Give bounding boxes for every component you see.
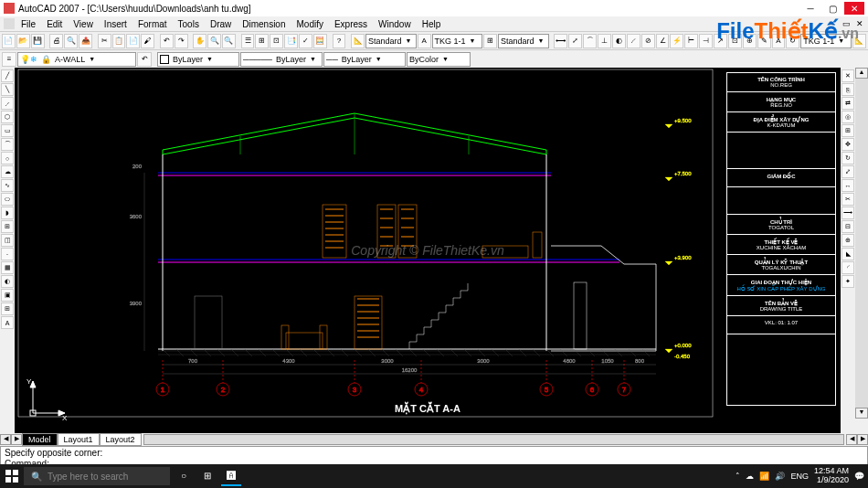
- menu-dimension[interactable]: Dimension: [238, 19, 290, 29]
- tray-notifications-icon[interactable]: 💬: [854, 472, 864, 481]
- cortana-icon[interactable]: ○: [174, 466, 194, 486]
- layer-props-button[interactable]: ≡: [2, 52, 16, 67]
- tray-sound-icon[interactable]: 🔊: [775, 472, 785, 481]
- help-button[interactable]: ?: [333, 34, 346, 48]
- mtext-tool[interactable]: A: [1, 316, 14, 329]
- dimstyle-select[interactable]: TKG 1-1▼: [432, 34, 483, 48]
- line-tool[interactable]: ╱: [1, 69, 14, 82]
- dim-style-button[interactable]: 📐: [351, 34, 365, 48]
- tpalette-button[interactable]: ⊡: [270, 34, 283, 48]
- offset-tool[interactable]: ◎: [842, 111, 854, 123]
- fillet-tool[interactable]: ◜: [842, 261, 854, 274]
- menu-draw[interactable]: Draw: [206, 19, 236, 29]
- save-button[interactable]: 💾: [31, 34, 45, 48]
- xline-tool[interactable]: ╲: [1, 83, 14, 96]
- circle-tool[interactable]: ○: [1, 152, 14, 164]
- hscroll-left[interactable]: ◀: [846, 434, 857, 445]
- tab-scroll-right[interactable]: ▶: [11, 434, 22, 445]
- preview-button[interactable]: 🔍: [64, 34, 78, 48]
- menu-express[interactable]: Express: [330, 19, 372, 29]
- markup-button[interactable]: ✓: [299, 34, 312, 48]
- arc-tool[interactable]: ⌒: [1, 138, 14, 151]
- polygon-tool[interactable]: ⬡: [1, 111, 14, 123]
- rect-tool[interactable]: ▭: [1, 124, 14, 137]
- redo-button[interactable]: ↷: [175, 34, 188, 48]
- menu-tools[interactable]: Tools: [174, 19, 204, 29]
- menu-edit[interactable]: Edit: [42, 19, 67, 29]
- region-tool[interactable]: ▣: [1, 289, 14, 302]
- hatch-tool[interactable]: ▦: [1, 261, 14, 274]
- layout1-tab[interactable]: Layout1: [58, 433, 100, 446]
- menu-window[interactable]: Window: [374, 19, 416, 29]
- menu-insert[interactable]: Insert: [100, 19, 132, 29]
- cut-button[interactable]: ✂: [98, 34, 111, 48]
- tray-clock[interactable]: 12:54 AM 1/9/2020: [814, 467, 849, 485]
- dcenter-button[interactable]: ⊞: [255, 34, 269, 48]
- scale-tool[interactable]: ⤢: [842, 165, 854, 178]
- table-tool[interactable]: ⊞: [1, 302, 14, 315]
- hscroll-right[interactable]: ▶: [857, 434, 868, 445]
- ssm-button[interactable]: 📑: [284, 34, 298, 48]
- color-select[interactable]: ByLayer▼: [157, 52, 239, 67]
- props-button[interactable]: ☰: [241, 34, 255, 48]
- start-button[interactable]: [4, 468, 20, 484]
- scroll-up[interactable]: ▲: [855, 68, 868, 79]
- menu-help[interactable]: Help: [418, 19, 446, 29]
- hscroll-track[interactable]: [143, 434, 844, 445]
- pan-button[interactable]: ✋: [193, 34, 206, 48]
- dim-linear-button[interactable]: ⟷: [554, 34, 567, 48]
- search-box[interactable]: 🔍 Type here to search: [24, 467, 170, 485]
- tray-network-icon[interactable]: 📶: [759, 472, 769, 481]
- pline-tool[interactable]: ⟋: [1, 97, 14, 110]
- dim-jogged-button[interactable]: ⟋: [627, 34, 640, 48]
- layer-select[interactable]: 💡❄🔒 A-WALL▼: [17, 52, 136, 67]
- copy-tool[interactable]: ⎘: [842, 83, 854, 96]
- plotstyle-select[interactable]: ByColor▼: [407, 52, 471, 67]
- rotate-tool[interactable]: ↻: [842, 152, 854, 164]
- dim-angular-button[interactable]: ∠: [656, 34, 670, 48]
- point-tool[interactable]: ·: [1, 248, 14, 260]
- explode-tool[interactable]: ✦: [842, 275, 854, 288]
- gradient-tool[interactable]: ◐: [1, 275, 14, 288]
- ellipsearc-tool[interactable]: ◗: [1, 207, 14, 219]
- zoom-prev-button[interactable]: 🔍: [222, 34, 236, 48]
- linetype-select[interactable]: ─────ByLayer▼: [240, 52, 323, 67]
- extend-tool[interactable]: ⟶: [842, 207, 854, 219]
- break-tool[interactable]: ⊟: [842, 220, 854, 233]
- calc-button[interactable]: 🧮: [313, 34, 327, 48]
- app-autocad[interactable]: 🅰: [221, 466, 241, 486]
- array-tool[interactable]: ⊞: [842, 124, 854, 137]
- layer-prev-button[interactable]: ↶: [137, 52, 152, 67]
- taskview-icon[interactable]: ⊞: [197, 466, 217, 486]
- stretch-tool[interactable]: ↔: [842, 179, 854, 192]
- match-button[interactable]: 🖌: [141, 34, 154, 48]
- dim-diameter-button[interactable]: ⊘: [641, 34, 655, 48]
- open-button[interactable]: 📂: [16, 34, 30, 48]
- ellipse-tool[interactable]: ⬭: [1, 193, 14, 206]
- menu-file[interactable]: File: [16, 19, 40, 29]
- vscroll[interactable]: ▲ ▼: [855, 68, 868, 433]
- chamfer-tool[interactable]: ◣: [842, 248, 854, 260]
- trim-tool[interactable]: ✂: [842, 193, 854, 206]
- drawing-canvas[interactable]: 1 2 3 4 5 6 7 700 4300 3000 3000 4800 10…: [15, 68, 841, 433]
- menu-modify[interactable]: Modify: [292, 19, 328, 29]
- copy-button[interactable]: 📋: [112, 34, 126, 48]
- dim-baseline-button[interactable]: ⊢: [684, 34, 698, 48]
- tablestyle-select[interactable]: Standard▼: [498, 34, 549, 48]
- dim-arc-button[interactable]: ⌒: [583, 34, 597, 48]
- lineweight-select[interactable]: ──ByLayer▼: [323, 52, 406, 67]
- textstyle-select[interactable]: Standard▼: [365, 34, 417, 48]
- close-button[interactable]: ✕: [844, 2, 864, 15]
- spline-tool[interactable]: ∿: [1, 179, 14, 192]
- table-style-icon[interactable]: ⊞: [483, 34, 497, 48]
- model-tab[interactable]: Model: [22, 433, 58, 446]
- dim-ordinate-button[interactable]: ⊥: [598, 34, 611, 48]
- join-tool[interactable]: ⊕: [842, 234, 854, 247]
- dim-quick-button[interactable]: ⚡: [670, 34, 683, 48]
- erase-tool[interactable]: ✕: [842, 69, 854, 82]
- menu-format[interactable]: Format: [133, 19, 172, 29]
- dim-aligned-button[interactable]: ⤢: [568, 34, 582, 48]
- insert-tool[interactable]: ⊞: [1, 220, 14, 233]
- publish-button[interactable]: 📤: [79, 34, 92, 48]
- layout2-tab[interactable]: Layout2: [100, 433, 142, 446]
